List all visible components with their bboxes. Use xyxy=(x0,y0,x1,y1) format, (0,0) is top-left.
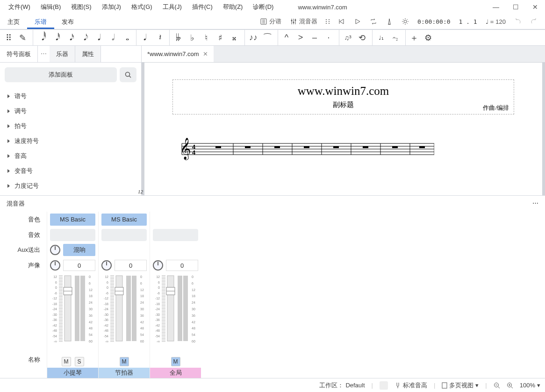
fader[interactable]: 1260-6-12-18-24-30-36-42-48-54-∞ 0612182… xyxy=(153,273,198,356)
fader[interactable]: 1260-6-12-18-24-30-36-42-48-54-∞ 0612182… xyxy=(50,273,95,356)
tree-node-tempo[interactable]: 速度符号 xyxy=(0,134,141,149)
tenuto-button[interactable]: – xyxy=(309,32,320,43)
note-8-button[interactable]: 𝅘𝅥𝅮 xyxy=(78,32,89,43)
tab-home[interactable]: 主页 xyxy=(0,14,27,29)
pan-value[interactable]: 0 xyxy=(166,260,198,271)
staccato-button[interactable]: · xyxy=(323,32,334,43)
dot-button[interactable]: 𝅘𝅥. xyxy=(139,32,151,43)
reverb-button[interactable]: 混响 xyxy=(63,244,95,256)
natural-button[interactable]: ♮ xyxy=(201,32,212,43)
note-4-button[interactable]: 𝅘𝅥 xyxy=(92,32,103,43)
close-button[interactable]: ✕ xyxy=(529,3,541,11)
voice-2-button[interactable]: 𝄐₂ xyxy=(389,32,401,43)
mute-button[interactable]: M xyxy=(171,357,180,366)
zoom-out-button[interactable] xyxy=(494,382,500,389)
accent-button[interactable]: > xyxy=(295,32,306,43)
search-button[interactable] xyxy=(120,67,136,82)
loop-button[interactable] xyxy=(367,16,380,27)
menu-format[interactable]: 格式(G) xyxy=(127,1,157,13)
undo-button[interactable] xyxy=(511,16,524,27)
panel-tab-palette[interactable]: 符号面板 xyxy=(0,46,38,62)
settings-button[interactable] xyxy=(399,16,412,27)
add-button[interactable]: ＋ xyxy=(409,32,420,43)
pan-knob[interactable] xyxy=(153,260,163,271)
score-composer[interactable]: 作曲/编排 xyxy=(483,104,509,112)
tree-node-clef[interactable]: 谱号 xyxy=(0,89,141,104)
pan-knob[interactable] xyxy=(101,260,112,271)
fader[interactable]: 1260-6-12-18-24-30-36-42-48-54-∞ 0612182… xyxy=(101,273,147,356)
note-2-button[interactable]: 𝅗𝅥 xyxy=(106,32,117,43)
panel-tab-properties[interactable]: 属性 xyxy=(75,46,101,62)
tab-publish[interactable]: 发布 xyxy=(54,14,81,29)
solo-button[interactable]: S xyxy=(75,357,84,366)
slur-button[interactable]: ⁀ xyxy=(262,32,273,43)
double-flat-button[interactable]: 𝄫 xyxy=(172,32,184,43)
menu-plugins[interactable]: 插件(C) xyxy=(187,1,217,13)
note-16-button[interactable]: 𝅘𝅥𝅯 xyxy=(64,32,75,43)
effect-slot[interactable] xyxy=(50,229,95,241)
note-64-button[interactable]: 𝅘𝅥𝅱 xyxy=(36,32,47,43)
grip-icon[interactable]: ⠿ xyxy=(3,32,14,43)
menu-diagnose[interactable]: 诊断(D) xyxy=(248,1,278,13)
rest-button[interactable]: 𝄽 xyxy=(153,32,165,43)
pencil-icon[interactable]: ✎ xyxy=(17,32,28,43)
effect-slot[interactable] xyxy=(153,229,198,241)
minimize-button[interactable]: — xyxy=(490,3,502,11)
menu-edit[interactable]: 编辑(B) xyxy=(36,1,65,13)
sound-button[interactable]: MS Basic xyxy=(101,214,147,226)
menu-tools[interactable]: 工具(J) xyxy=(158,1,186,13)
staff[interactable]: 𝄞 4 4 xyxy=(172,135,514,164)
close-icon[interactable]: ✕ xyxy=(203,50,208,57)
add-panel-button[interactable]: 添加面板 xyxy=(5,67,117,82)
track-name[interactable]: 节拍器 xyxy=(99,368,150,378)
pan-knob[interactable] xyxy=(50,260,60,271)
score-view-button[interactable]: 分谱 xyxy=(257,15,284,28)
score-page[interactable]: www.winwin7.com 副标题 作曲/编排 xyxy=(144,63,542,195)
aux-knob[interactable] xyxy=(50,245,60,255)
tree-node-keysig[interactable]: 调号 xyxy=(0,104,141,119)
sharp-button[interactable]: ♯ xyxy=(215,32,226,43)
zoom-in-button[interactable] xyxy=(507,382,513,389)
title-frame[interactable]: www.winwin7.com 副标题 作曲/编排 xyxy=(172,79,514,114)
tree-node-pitch[interactable]: 音高 xyxy=(0,149,141,164)
pan-value[interactable]: 0 xyxy=(115,260,147,271)
document-tab[interactable]: *www.winwin7.com ✕ xyxy=(142,46,214,62)
metronome-button[interactable] xyxy=(383,16,396,27)
flip-button[interactable]: ⟲ xyxy=(356,32,367,43)
redo-button[interactable] xyxy=(527,16,540,27)
sound-button[interactable]: MS Basic xyxy=(50,214,95,226)
rewind-button[interactable] xyxy=(335,16,348,27)
zoom-level[interactable]: 100% ▾ xyxy=(520,382,540,389)
tree-node-accidental[interactable]: 变音号 xyxy=(0,164,141,178)
panel-tab-more[interactable]: ⋯ xyxy=(38,46,50,62)
tempo-display[interactable]: ♩ = 120 xyxy=(483,16,509,27)
panel-tab-instruments[interactable]: 乐器 xyxy=(50,46,75,62)
tie-button[interactable]: ♪♪ xyxy=(248,32,259,43)
note-32-button[interactable]: 𝅘𝅥𝅰 xyxy=(50,32,61,43)
tuning-fork-icon[interactable]: 标准音高 xyxy=(394,381,427,390)
menu-add[interactable]: 添加(J) xyxy=(97,1,126,13)
tuplet-button[interactable]: ♫³ xyxy=(342,32,353,43)
mixer-more-button[interactable]: ⋯ xyxy=(532,200,538,208)
tree-node-timesig[interactable]: 拍号 xyxy=(0,119,141,134)
score-title[interactable]: www.winwin7.com xyxy=(182,85,504,98)
play-button[interactable] xyxy=(351,16,364,27)
view-mode-button[interactable]: 多页视图▾ xyxy=(442,381,479,390)
flat-button[interactable]: ♭ xyxy=(186,32,198,43)
menu-file[interactable]: 文件(W) xyxy=(4,1,35,13)
maximize-button[interactable]: ☐ xyxy=(509,3,522,11)
pan-value[interactable]: 0 xyxy=(63,260,95,271)
voice-1-button[interactable]: ♩₁ xyxy=(375,32,387,43)
tab-score[interactable]: 乐谱 xyxy=(27,14,54,29)
mixer-button[interactable]: 混音器 xyxy=(287,15,320,28)
score-subtitle[interactable]: 副标题 xyxy=(182,100,504,109)
marcato-button[interactable]: ^ xyxy=(281,32,292,43)
track-name[interactable]: 小提琴 xyxy=(47,368,98,378)
mute-button[interactable]: M xyxy=(120,357,129,366)
note-1-button[interactable]: 𝅝 xyxy=(120,32,131,43)
menu-view[interactable]: 视图(S) xyxy=(66,1,96,13)
grip-icon[interactable] xyxy=(323,16,332,27)
toolbar-settings-button[interactable]: ⚙ xyxy=(423,32,434,43)
mute-button[interactable]: M xyxy=(62,357,71,366)
tree-node-dynamics[interactable]: 力度记号 xyxy=(0,178,141,193)
